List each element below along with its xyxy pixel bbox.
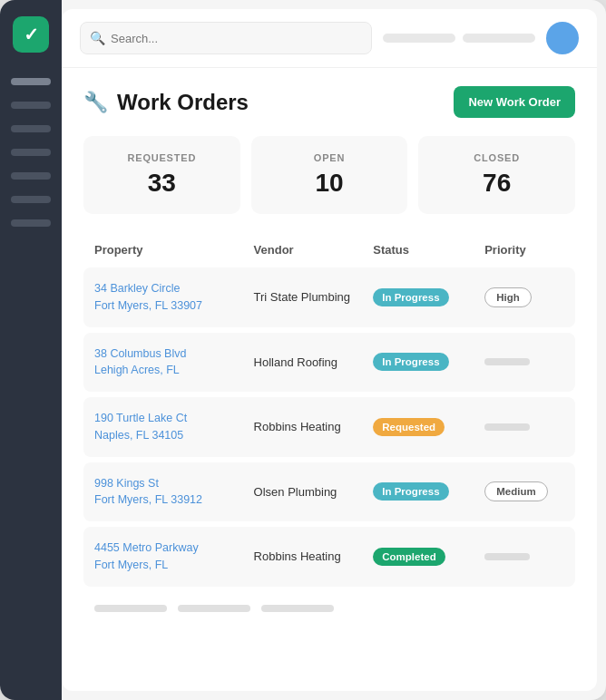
search-input[interactable] — [111, 32, 362, 45]
property-address[interactable]: 190 Turtle Lake CtNaples, FL 34105 — [94, 410, 254, 444]
footer-pill-2 — [178, 605, 250, 612]
property-address[interactable]: 34 Barkley CircleFort Myers, FL 33907 — [94, 280, 254, 315]
priority-badge — [484, 553, 530, 560]
new-work-order-button[interactable]: New Work Order — [454, 86, 575, 118]
page-title: Work Orders — [117, 90, 249, 115]
footer-pills — [83, 596, 575, 621]
sidebar-nav — [0, 78, 62, 227]
content-area: 🔧 Work Orders New Work Order REQUESTED 3… — [62, 68, 597, 691]
stats-row: REQUESTED 33 OPEN 10 CLOSED 76 — [83, 136, 575, 214]
stat-value-closed: 76 — [433, 169, 561, 198]
priority-badge: High — [484, 287, 532, 307]
topbar-pill-1 — [383, 34, 455, 43]
stat-card-requested: REQUESTED 33 — [83, 136, 240, 214]
footer-pill-1 — [94, 605, 167, 612]
sidebar: ✓ — [0, 0, 62, 700]
stat-value-open: 10 — [266, 169, 394, 198]
table-row: 4455 Metro ParkwayFort Myers, FLRobbins … — [83, 527, 575, 587]
page-header: 🔧 Work Orders New Work Order — [83, 86, 575, 118]
stat-card-closed: CLOSED 76 — [418, 136, 575, 214]
sidebar-item-2[interactable] — [11, 102, 51, 109]
vendor-name: Holland Roofing — [254, 355, 374, 369]
logo-icon: ✓ — [24, 24, 39, 45]
stat-value-requested: 33 — [98, 169, 226, 198]
topbar-pill-2 — [463, 34, 535, 43]
table-header-property: Property — [94, 243, 254, 257]
table-header-vendor: Vendor — [254, 243, 374, 257]
table-row: 190 Turtle Lake CtNaples, FL 34105Robbin… — [83, 397, 575, 457]
property-address[interactable]: 38 Columbus BlvdLehigh Acres, FL — [94, 345, 254, 380]
search-bar[interactable]: 🔍 — [80, 22, 372, 54]
table-header-priority: Priority — [484, 243, 564, 257]
search-icon: 🔍 — [90, 31, 105, 45]
logo[interactable]: ✓ — [13, 16, 49, 53]
sidebar-item-3[interactable] — [11, 125, 51, 132]
table-body: 34 Barkley CircleFort Myers, FL 33907Tri… — [83, 267, 575, 587]
sidebar-item-4[interactable] — [11, 149, 51, 156]
stat-label-closed: CLOSED — [433, 152, 561, 163]
status-badge: In Progress — [373, 353, 448, 371]
vendor-name: Robbins Heating — [254, 420, 374, 433]
topbar-pills — [383, 34, 535, 43]
avatar[interactable] — [546, 22, 579, 54]
status-badge: Requested — [373, 418, 445, 436]
vendor-name: Tri State Plumbing — [254, 290, 374, 304]
priority-badge — [484, 423, 530, 431]
property-address[interactable]: 998 Kings StFort Myers, FL 33912 — [94, 475, 254, 510]
vendor-name: Olsen Plumbing — [254, 485, 374, 499]
table-header-status: Status — [373, 243, 484, 257]
sidebar-item-7[interactable] — [11, 219, 51, 227]
table-row: 998 Kings StFort Myers, FL 33912Olsen Pl… — [83, 462, 575, 522]
vendor-name: Robbins Heating — [254, 549, 374, 563]
sidebar-item-5[interactable] — [11, 172, 51, 180]
priority-badge — [484, 358, 530, 365]
table-row: 34 Barkley CircleFort Myers, FL 33907Tri… — [83, 267, 575, 327]
status-badge: In Progress — [373, 288, 448, 306]
priority-badge: Medium — [484, 481, 547, 501]
sidebar-item-6[interactable] — [11, 196, 51, 203]
main-content: 🔍 🔧 Work Orders New Work Order — [62, 9, 597, 691]
property-address[interactable]: 4455 Metro ParkwayFort Myers, FL — [94, 540, 254, 574]
wrench-icon: 🔧 — [83, 91, 108, 114]
stat-card-open: OPEN 10 — [251, 136, 408, 214]
status-badge: In Progress — [373, 482, 448, 501]
status-badge: Completed — [373, 548, 445, 566]
table-header: Property Vendor Status Priority — [83, 236, 575, 264]
footer-pill-3 — [261, 605, 334, 612]
stat-label-requested: REQUESTED — [98, 152, 226, 163]
table-row: 38 Columbus BlvdLehigh Acres, FLHolland … — [83, 333, 575, 393]
topbar: 🔍 — [62, 9, 597, 68]
page-title-wrap: 🔧 Work Orders — [83, 90, 249, 115]
sidebar-item-1[interactable] — [11, 78, 51, 85]
stat-label-open: OPEN — [266, 152, 394, 163]
